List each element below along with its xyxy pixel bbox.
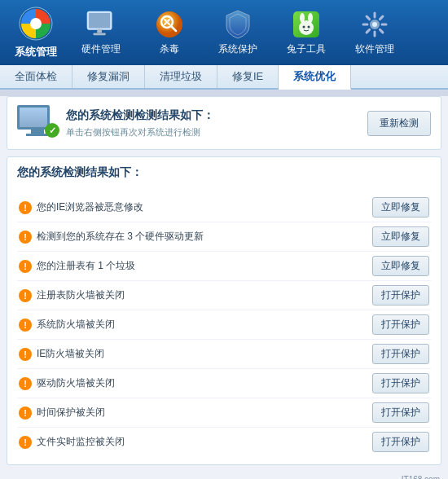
result-left: !系统防火墙被关闭 bbox=[19, 318, 115, 332]
watermark: IT168.com bbox=[402, 475, 440, 479]
warning-icon: ! bbox=[19, 260, 32, 273]
action-button-system-firewall[interactable]: 打开保护 bbox=[372, 314, 429, 335]
action-button-driver-update[interactable]: 立即修复 bbox=[372, 226, 429, 247]
gear-icon bbox=[360, 10, 389, 39]
svg-line-22 bbox=[367, 16, 370, 20]
action-button-driver-firewall[interactable]: 打开保护 bbox=[372, 373, 429, 393]
info-title: 您的系统检测检测结果如下： bbox=[66, 108, 214, 123]
svg-rect-3 bbox=[97, 29, 102, 33]
action-button-ie-modified[interactable]: 立即修复 bbox=[372, 197, 429, 218]
result-text: 驱动防火墙被关闭 bbox=[37, 376, 115, 390]
result-text: 您的IE浏览器被恶意修改 bbox=[37, 200, 143, 214]
result-text: 时间保护被关闭 bbox=[37, 406, 105, 420]
nav-hardware-label: 硬件管理 bbox=[81, 42, 121, 56]
nav-software-label: 软件管理 bbox=[355, 42, 394, 56]
nav-software[interactable]: 软件管理 bbox=[342, 5, 407, 61]
action-button-ie-firewall[interactable]: 打开保护 bbox=[372, 344, 429, 364]
shield-icon bbox=[223, 10, 253, 39]
nav-kill[interactable]: 杀毒 bbox=[137, 5, 202, 61]
result-row: !检测到您的系统存在 3 个硬件驱动更新立即修复 bbox=[17, 222, 431, 252]
logo-icon bbox=[18, 6, 54, 42]
app-logo: 系统管理 bbox=[7, 6, 65, 59]
result-row: !注册表防火墙被关闭打开保护 bbox=[17, 281, 431, 310]
svg-point-13 bbox=[299, 20, 314, 35]
info-panel: ✓ 您的系统检测检测结果如下： 单击右侧按钮再次对系统进行检测 重新检测 bbox=[7, 96, 441, 150]
warning-icon: ! bbox=[19, 201, 32, 214]
nav-rabbit[interactable]: 兔子工具 bbox=[274, 5, 339, 61]
nav-protect[interactable]: 系统保护 bbox=[205, 5, 270, 61]
warning-icon: ! bbox=[19, 231, 32, 244]
result-left: !文件实时监控被关闭 bbox=[19, 435, 125, 449]
result-left: !您的IE浏览器被恶意修改 bbox=[19, 200, 143, 214]
result-row: !IE防火墙被关闭打开保护 bbox=[17, 340, 431, 369]
kill-icon bbox=[155, 10, 184, 39]
info-text: 您的系统检测检测结果如下： 单击右侧按钮再次对系统进行检测 bbox=[66, 108, 214, 138]
result-left: !时间保护被关闭 bbox=[19, 406, 105, 420]
result-left: !您的注册表有 1 个垃圾 bbox=[19, 259, 135, 273]
svg-line-23 bbox=[380, 16, 383, 20]
tab-bar: 全面体检 修复漏洞 清理垃圾 修复IE 系统优化 bbox=[0, 65, 448, 90]
result-row: !您的IE浏览器被恶意修改立即修复 bbox=[17, 193, 431, 222]
svg-line-24 bbox=[367, 29, 370, 33]
result-left: !注册表防火墙被关闭 bbox=[19, 288, 125, 302]
monitor-icon bbox=[86, 10, 116, 39]
action-button-time-protect[interactable]: 打开保护 bbox=[372, 402, 429, 423]
pc-icon: ✓ bbox=[17, 105, 58, 141]
app-header: 系统管理 硬件管理 bbox=[0, 0, 448, 65]
result-left: !检测到您的系统存在 3 个硬件驱动更新 bbox=[19, 230, 204, 244]
result-text: IE防火墙被关闭 bbox=[37, 347, 104, 361]
svg-rect-2 bbox=[88, 11, 111, 29]
svg-point-17 bbox=[372, 22, 377, 27]
result-text: 文件实时监控被关闭 bbox=[37, 435, 125, 449]
warning-icon: ! bbox=[19, 289, 32, 302]
action-button-realtime-monitor[interactable]: 打开保护 bbox=[372, 432, 429, 452]
tab-repair-ie[interactable]: 修复IE bbox=[217, 65, 279, 88]
result-row: !系统防火墙被关闭打开保护 bbox=[17, 310, 431, 340]
results-title: 您的系统检测结果如下： bbox=[17, 165, 431, 185]
result-row: !时间保护被关闭打开保护 bbox=[17, 398, 431, 428]
tab-repair-errors[interactable]: 修复漏洞 bbox=[72, 65, 145, 88]
nav-rabbit-label: 兔子工具 bbox=[287, 42, 326, 56]
result-text: 您的注册表有 1 个垃圾 bbox=[37, 259, 135, 273]
svg-point-15 bbox=[308, 25, 310, 28]
nav-protect-label: 系统保护 bbox=[218, 42, 257, 56]
nav-kill-label: 杀毒 bbox=[160, 42, 179, 56]
warning-icon: ! bbox=[19, 377, 32, 390]
result-row: !驱动防火墙被关闭打开保护 bbox=[17, 369, 431, 398]
pc-screen bbox=[17, 105, 50, 130]
result-left: !IE防火墙被关闭 bbox=[19, 347, 104, 361]
svg-rect-4 bbox=[94, 33, 106, 35]
action-button-registry-firewall[interactable]: 打开保护 bbox=[372, 285, 429, 305]
result-row: !文件实时监控被关闭打开保护 bbox=[17, 428, 431, 456]
action-button-registry-junk[interactable]: 立即修复 bbox=[372, 256, 429, 276]
results-section: 您的系统检测结果如下： !您的IE浏览器被恶意修改立即修复!检测到您的系统存在 … bbox=[7, 156, 441, 465]
warning-icon: ! bbox=[19, 319, 32, 332]
tab-clean-junk[interactable]: 清理垃圾 bbox=[145, 65, 217, 88]
result-text: 检测到您的系统存在 3 个硬件驱动更新 bbox=[37, 230, 204, 244]
result-rows: !您的IE浏览器被恶意修改立即修复!检测到您的系统存在 3 个硬件驱动更新立即修… bbox=[17, 193, 431, 456]
tab-full-check[interactable]: 全面体检 bbox=[0, 65, 72, 88]
svg-point-14 bbox=[303, 25, 305, 28]
svg-line-25 bbox=[380, 29, 383, 33]
tab-optimize[interactable]: 系统优化 bbox=[279, 65, 351, 90]
warning-icon: ! bbox=[19, 348, 32, 361]
result-text: 系统防火墙被关闭 bbox=[37, 318, 115, 332]
info-panel-left: ✓ 您的系统检测检测结果如下： 单击右侧按钮再次对系统进行检测 bbox=[17, 105, 214, 141]
warning-icon: ! bbox=[19, 436, 32, 449]
rabbit-icon bbox=[292, 10, 321, 39]
result-row: !您的注册表有 1 个垃圾立即修复 bbox=[17, 252, 431, 281]
nav-hardware[interactable]: 硬件管理 bbox=[68, 5, 134, 61]
svg-point-1 bbox=[30, 18, 42, 29]
warning-icon: ! bbox=[19, 406, 32, 420]
result-text: 注册表防火墙被关闭 bbox=[37, 288, 125, 302]
result-left: !驱动防火墙被关闭 bbox=[19, 376, 115, 390]
logo-label: 系统管理 bbox=[15, 45, 57, 59]
main-content: ✓ 您的系统检测检测结果如下： 单击右侧按钮再次对系统进行检测 重新检测 您的系… bbox=[0, 96, 448, 479]
check-icon: ✓ bbox=[45, 123, 59, 138]
info-subtitle: 单击右侧按钮再次对系统进行检测 bbox=[66, 126, 214, 138]
recheck-button[interactable]: 重新检测 bbox=[367, 111, 431, 136]
footer: IT168.com bbox=[0, 472, 448, 479]
